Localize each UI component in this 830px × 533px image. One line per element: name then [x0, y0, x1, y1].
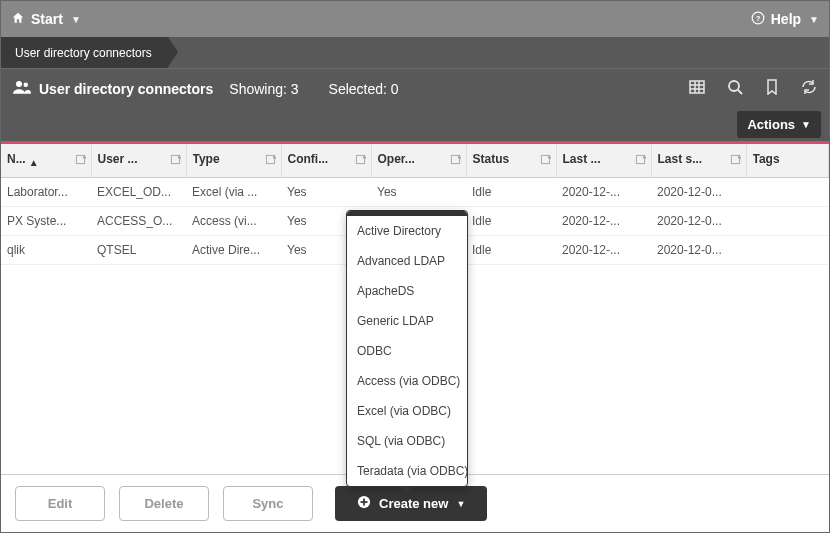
toolbar-title: User directory connectors: [39, 81, 213, 97]
dropdown-item[interactable]: ODBC: [347, 336, 467, 366]
dropdown-item[interactable]: Active Directory: [347, 216, 467, 246]
sort-asc-icon: ▲: [29, 157, 39, 168]
cell-user: QTSEL: [91, 236, 186, 265]
plus-icon: [357, 495, 371, 512]
cell-tags: [746, 207, 829, 236]
actions-label: Actions: [747, 117, 795, 132]
refresh-icon[interactable]: [801, 79, 817, 98]
table-row[interactable]: Laborator...EXCEL_OD...Excel (via ...Yes…: [1, 178, 829, 207]
breadcrumb-row: User directory connectors: [1, 37, 829, 68]
filter-icon[interactable]: [265, 154, 276, 168]
cell-type: Active Dire...: [186, 236, 281, 265]
users-icon: [13, 80, 31, 97]
cell-type: Access (vi...: [186, 207, 281, 236]
caret-down-icon: ▼: [71, 14, 81, 25]
col-status[interactable]: Status: [466, 144, 556, 178]
dropdown-arrow-icon: [399, 486, 415, 494]
showing-stat: Showing: 3: [229, 81, 298, 97]
dropdown-item[interactable]: Generic LDAP: [347, 306, 467, 336]
cell-name: Laborator...: [1, 178, 91, 207]
help-button[interactable]: ? Help ▼: [751, 11, 819, 28]
dropdown-item[interactable]: Teradata (via ODBC): [347, 456, 467, 486]
cell-conf: Yes: [281, 178, 371, 207]
col-user[interactable]: User ...: [91, 144, 186, 178]
topbar: Start ▼ ? Help ▼: [1, 1, 829, 37]
caret-down-icon: ▼: [456, 499, 465, 509]
filter-icon[interactable]: [355, 154, 366, 168]
bookmark-icon[interactable]: [765, 79, 779, 98]
cell-tags: [746, 178, 829, 207]
filter-icon[interactable]: [540, 154, 551, 168]
dropdown-item[interactable]: SQL (via ODBC): [347, 426, 467, 456]
home-icon: [11, 11, 25, 28]
search-icon[interactable]: [727, 79, 743, 98]
col-last-s[interactable]: Last s...: [651, 144, 746, 178]
filter-icon[interactable]: [450, 154, 461, 168]
cell-user: ACCESS_O...: [91, 207, 186, 236]
start-label: Start: [31, 11, 63, 27]
cell-last: 2020-12-...: [556, 178, 651, 207]
svg-rect-4: [690, 81, 704, 93]
caret-down-icon: ▼: [809, 14, 819, 25]
filter-icon[interactable]: [635, 154, 646, 168]
dropdown-item[interactable]: ApacheDS: [347, 276, 467, 306]
col-last[interactable]: Last ...: [556, 144, 651, 178]
cell-last: 2020-12-...: [556, 236, 651, 265]
toolbar-title-group: User directory connectors: [13, 80, 213, 97]
cell-oper: Yes: [371, 178, 466, 207]
svg-point-2: [16, 81, 22, 87]
caret-down-icon: ▼: [801, 119, 811, 130]
edit-button[interactable]: Edit: [15, 486, 105, 521]
cell-lasts: 2020-12-0...: [651, 178, 746, 207]
col-type[interactable]: Type: [186, 144, 281, 178]
svg-line-10: [738, 90, 742, 94]
cell-name: PX Syste...: [1, 207, 91, 236]
col-name[interactable]: N...▲: [1, 144, 91, 178]
filter-icon[interactable]: [170, 154, 181, 168]
filter-icon[interactable]: [730, 154, 741, 168]
cell-lasts: 2020-12-0...: [651, 236, 746, 265]
col-tags[interactable]: Tags: [746, 144, 829, 178]
cell-tags: [746, 236, 829, 265]
cell-status: Idle: [466, 178, 556, 207]
svg-point-3: [24, 83, 29, 88]
delete-button[interactable]: Delete: [119, 486, 209, 521]
cell-status: Idle: [466, 236, 556, 265]
create-new-dropdown: Active DirectoryAdvanced LDAPApacheDSGen…: [346, 210, 468, 487]
help-label: Help: [771, 11, 801, 27]
cell-name: qlik: [1, 236, 91, 265]
dropdown-item[interactable]: Access (via ODBC): [347, 366, 467, 396]
svg-point-9: [729, 81, 739, 91]
sync-button[interactable]: Sync: [223, 486, 313, 521]
svg-text:?: ?: [755, 13, 760, 22]
breadcrumb-label: User directory connectors: [15, 46, 152, 60]
dropdown-item[interactable]: Excel (via ODBC): [347, 396, 467, 426]
cell-type: Excel (via ...: [186, 178, 281, 207]
columns-icon[interactable]: [689, 79, 705, 98]
breadcrumb[interactable]: User directory connectors: [1, 37, 168, 68]
col-operational[interactable]: Oper...: [371, 144, 466, 178]
cell-lasts: 2020-12-0...: [651, 207, 746, 236]
create-new-label: Create new: [379, 496, 448, 511]
cell-last: 2020-12-...: [556, 207, 651, 236]
toolbar: User directory connectors Showing: 3 Sel…: [1, 68, 829, 108]
filter-icon[interactable]: [75, 154, 86, 168]
actions-row: Actions ▼: [1, 108, 829, 144]
help-icon: ?: [751, 11, 765, 28]
cell-user: EXCEL_OD...: [91, 178, 186, 207]
start-button[interactable]: Start ▼: [11, 11, 81, 28]
actions-button[interactable]: Actions ▼: [737, 111, 821, 138]
cell-status: Idle: [466, 207, 556, 236]
selected-stat: Selected: 0: [329, 81, 399, 97]
toolbar-right-icons: [689, 79, 817, 98]
col-configured[interactable]: Confi...: [281, 144, 371, 178]
dropdown-item[interactable]: Advanced LDAP: [347, 246, 467, 276]
